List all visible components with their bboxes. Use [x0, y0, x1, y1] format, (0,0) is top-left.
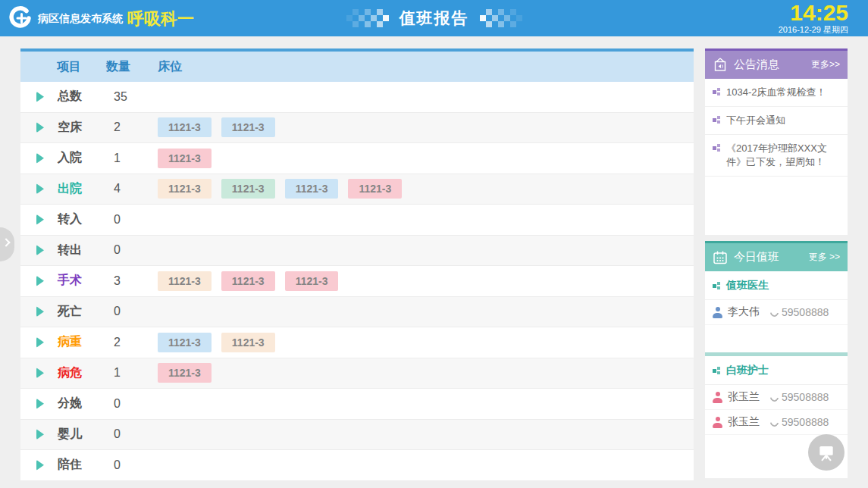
spacer — [705, 325, 848, 352]
report-table-body: 总数35空床21121-31121-3入院11121-3出院41121-3112… — [20, 82, 694, 481]
row-count: 0 — [114, 397, 158, 411]
announcement-item[interactable]: 1034-2床血常规检查！ — [705, 79, 848, 107]
row-count: 0 — [114, 305, 158, 318]
row-count: 1 — [114, 366, 158, 380]
column-header-item: 项目 — [57, 59, 106, 75]
row-label: 入院 — [58, 150, 114, 166]
bed-tag[interactable]: 1121-3 — [285, 179, 339, 199]
announcement-text: 下午开会通知 — [726, 114, 785, 127]
bullet-icon — [713, 282, 721, 290]
bed-tag[interactable]: 1121-3 — [221, 271, 275, 291]
row-label: 空床 — [58, 120, 114, 136]
table-row[interactable]: 病危11121-3 — [20, 358, 694, 389]
phone-icon — [769, 416, 781, 428]
row-count: 35 — [114, 90, 158, 104]
bed-tag[interactable]: 1121-3 — [221, 179, 275, 199]
row-expand-icon — [36, 214, 58, 225]
bed-tag[interactable]: 1121-3 — [158, 179, 212, 199]
announcement-board-icon — [713, 58, 728, 73]
page-title-group: 值班报告 — [346, 0, 522, 36]
row-bed-tags: 1121-3 — [158, 363, 212, 383]
announcements-title: 公告消息 — [734, 58, 779, 72]
today-duty-more-link[interactable]: 更多 >> — [809, 251, 840, 264]
announcements-more-link[interactable]: 更多>> — [811, 58, 840, 71]
row-count: 3 — [114, 274, 158, 288]
row-count: 0 — [114, 458, 158, 472]
row-expand-icon — [36, 122, 58, 133]
table-row[interactable]: 出院41121-31121-31121-31121-3 — [20, 174, 694, 205]
bed-tag[interactable]: 1121-3 — [158, 333, 212, 352]
table-row[interactable]: 转出0 — [20, 236, 694, 267]
row-count: 0 — [114, 213, 158, 227]
person-phone: 59508888 — [782, 306, 829, 318]
app-title: 病区信息发布系统 — [38, 0, 123, 36]
today-duty-title: 今日值班 — [734, 250, 779, 264]
bed-tag[interactable]: 1121-3 — [285, 271, 339, 291]
bed-tag[interactable]: 1121-3 — [158, 271, 212, 291]
bullet-icon — [713, 88, 721, 96]
duty-sections: 值班医生李大伟59508888白班护士张玉兰59508888张玉兰5950888… — [705, 271, 848, 435]
person-name: 张玉兰 — [728, 415, 760, 429]
table-header-row: 项目 数量 床位 — [20, 52, 694, 82]
person-phone: 59508888 — [782, 416, 829, 428]
row-expand-icon — [36, 245, 58, 255]
table-row[interactable]: 转入0 — [20, 205, 694, 236]
row-label: 病重 — [58, 334, 114, 350]
duty-role-header: 白班护士 — [705, 356, 848, 385]
bed-tag[interactable]: 1121-3 — [221, 117, 275, 137]
chevron-right-icon — [2, 238, 10, 246]
row-label: 病危 — [58, 365, 114, 381]
announcement-text: 《2017年护理部XXX文件》已下发，望周知！ — [726, 142, 841, 169]
calendar-icon — [713, 250, 728, 265]
row-label: 死亡 — [58, 304, 114, 320]
column-header-beds: 床位 — [158, 59, 182, 75]
row-label: 分娩 — [58, 396, 114, 411]
table-row[interactable]: 陪住0 — [20, 450, 694, 481]
announcement-list: 1034-2床血常规检查！下午开会通知《2017年护理部XXX文件》已下发，望周… — [705, 79, 848, 177]
table-row[interactable]: 入院11121-3 — [20, 143, 694, 174]
bullet-icon — [713, 116, 721, 124]
table-row[interactable]: 分娩0 — [20, 389, 694, 420]
row-label: 婴儿 — [58, 427, 114, 443]
row-expand-icon — [36, 337, 58, 348]
duty-role-label: 值班医生 — [726, 279, 769, 292]
person-name: 李大伟 — [728, 305, 760, 319]
page-title: 值班报告 — [400, 8, 469, 29]
duty-role-header: 值班医生 — [705, 271, 848, 300]
row-count: 1 — [114, 152, 158, 165]
bullet-icon — [713, 144, 721, 152]
bed-tag[interactable]: 1121-3 — [158, 149, 212, 168]
table-row[interactable]: 总数35 — [20, 82, 694, 113]
announcement-item[interactable]: 下午开会通知 — [705, 107, 848, 135]
whiteboard-easel-icon — [816, 443, 836, 462]
bed-tag[interactable]: 1121-3 — [348, 179, 402, 199]
table-row[interactable]: 病重21121-31121-3 — [20, 327, 694, 358]
person-phone: 59508888 — [782, 391, 829, 403]
row-label: 转入 — [58, 211, 114, 227]
checker-decoration-right-icon — [480, 8, 522, 28]
row-count: 0 — [114, 243, 158, 257]
announcement-text: 1034-2床血常规检查！ — [726, 86, 826, 99]
announcements-panel: 公告消息 更多>> 1034-2床血常规检查！下午开会通知《2017年护理部XX… — [705, 48, 848, 235]
row-bed-tags: 1121-31121-3 — [158, 333, 275, 352]
nurse-avatar-icon — [713, 417, 722, 428]
table-row[interactable]: 空床21121-31121-3 — [20, 113, 694, 144]
bed-tag[interactable]: 1121-3 — [158, 363, 212, 383]
department-name: 呼吸科一 — [127, 0, 194, 36]
clock: 14:25 2016-12-29 星期四 — [779, 1, 848, 35]
table-row[interactable]: 死亡0 — [20, 297, 694, 328]
whiteboard-float-button[interactable] — [808, 434, 844, 471]
bed-tag[interactable]: 1121-3 — [221, 333, 275, 352]
table-row[interactable]: 婴儿0 — [20, 420, 694, 451]
row-expand-icon — [36, 276, 58, 286]
table-row[interactable]: 手术31121-31121-31121-3 — [20, 266, 694, 297]
announcement-item[interactable]: 《2017年护理部XXX文件》已下发，望周知！ — [705, 135, 848, 177]
top-bar: 病区信息发布系统 呼吸科一 值班报告 14:25 2016-12- — [0, 0, 868, 36]
clock-date: 2016-12-29 星期四 — [779, 25, 848, 35]
nurse-avatar-icon — [713, 392, 722, 403]
duty-report-screen: 病区信息发布系统 呼吸科一 值班报告 14:25 2016-12- — [0, 0, 868, 488]
bullet-icon — [713, 367, 721, 375]
row-expand-icon — [36, 368, 58, 378]
left-slide-handle[interactable] — [0, 227, 14, 261]
bed-tag[interactable]: 1121-3 — [158, 117, 212, 137]
